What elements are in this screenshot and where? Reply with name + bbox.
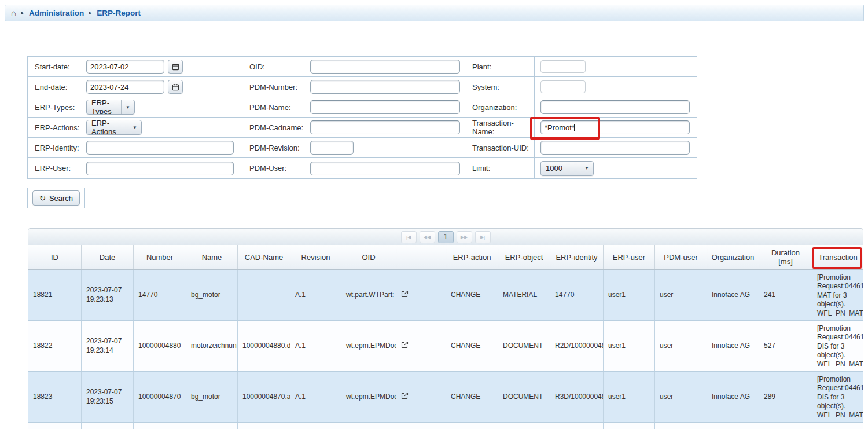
erp-types-selected-value: ERP-Types [87, 100, 122, 114]
page-1-button[interactable]: 1 [438, 231, 454, 243]
home-icon[interactable]: ⌂ [11, 9, 16, 17]
cell-pdm-user: user [655, 371, 707, 422]
erp-identity-label: ERP-Identity: [28, 138, 80, 158]
erp-report-page: ⌂ ► Administration ► ERP-Report Start-da… [0, 0, 868, 429]
end-date-input[interactable] [86, 80, 164, 94]
cell-empty [82, 422, 134, 429]
oid-label: OID: [242, 57, 304, 77]
erp-types-dropdown[interactable]: ERP-Types ▼ [86, 100, 135, 115]
cell-transaction: [Promotion Request:04461]: DIS for 3 obj… [812, 371, 864, 422]
header-cad-name: CAD-Name [238, 245, 290, 269]
erp-actions-label: ERP-Actions: [28, 118, 80, 138]
cell-revision: A.1 [290, 371, 341, 422]
breadcrumb-item-erp-report[interactable]: ERP-Report [97, 9, 141, 17]
cell-cad-name [238, 269, 290, 320]
cell-date: 2023-07-07 19:23:13 [82, 269, 134, 320]
pdm-user-label: PDM-User: [242, 158, 304, 178]
cell-erp-object: MATERIAL [498, 269, 550, 320]
pdm-number-input[interactable] [310, 80, 460, 94]
end-date-calendar-button[interactable] [168, 80, 183, 94]
calendar-icon [172, 83, 179, 91]
pdm-cadname-field [304, 118, 465, 138]
cell-empty [290, 422, 341, 429]
pdm-name-input[interactable] [310, 100, 460, 114]
cell-name: bg_motor [186, 269, 238, 320]
cell-erp-identity: R3D/100000048 [550, 371, 604, 422]
previous-page-button[interactable]: ◀◀ [420, 231, 435, 243]
cell-erp-user: user1 [604, 320, 655, 371]
cell-pdm-user: user [655, 320, 707, 371]
erp-actions-dropdown[interactable]: ERP-Actions ▼ [86, 120, 142, 135]
pdm-revision-label: PDM-Revision: [242, 138, 304, 158]
pdm-cadname-input[interactable] [310, 120, 460, 134]
cell-empty [655, 422, 707, 429]
cell-oid: wt.epm.EPMDoc [341, 371, 396, 422]
cell-erp-identity: 14770 [550, 269, 604, 320]
pdm-revision-input[interactable] [310, 141, 354, 155]
limit-selected-value: 1000 [541, 162, 580, 175]
cell-empty [812, 422, 864, 429]
header-erp-identity: ERP-identity [550, 245, 604, 269]
open-link-icon[interactable] [401, 392, 409, 401]
search-button-label: Search [49, 194, 73, 203]
search-form: Start-date: OID: Plant: End-date: PDM-Nu… [27, 56, 697, 179]
erp-actions-selected-value: ERP-Actions [87, 120, 128, 134]
results-table: ID Date Number Name CAD-Name Revision OI… [28, 245, 863, 429]
cell-id: 18821 [28, 269, 82, 320]
erp-identity-input[interactable] [86, 141, 234, 155]
first-page-button[interactable]: |◀ [401, 231, 417, 243]
oid-input[interactable] [310, 60, 460, 74]
cell-oid: wt.part.WTPart: [341, 269, 396, 320]
cell-empty [341, 422, 396, 429]
cell-erp-action: CHANGE [446, 269, 498, 320]
header-duration-text: Duration [ms] [768, 248, 804, 266]
erp-types-field: ERP-Types ▼ [80, 97, 242, 118]
search-button-panel: ↻ Search [27, 188, 85, 208]
open-link-icon[interactable] [401, 341, 409, 350]
pdm-number-label: PDM-Number: [242, 77, 304, 97]
transaction-uid-input[interactable] [540, 141, 690, 155]
cell-date: 2023-07-07 19:23:15 [82, 371, 134, 422]
erp-user-input[interactable] [86, 162, 234, 175]
cell-number: 14770 [134, 269, 186, 320]
refresh-icon: ↻ [39, 195, 46, 202]
plant-label: Plant: [465, 57, 535, 77]
header-date: Date [82, 245, 134, 269]
pdm-revision-field [304, 138, 465, 158]
pdm-user-input[interactable] [310, 162, 460, 175]
cell-empty [238, 422, 290, 429]
plant-input[interactable] [540, 60, 586, 73]
start-date-input[interactable] [86, 60, 164, 74]
pdm-cadname-label: PDM-Cadname: [242, 118, 304, 138]
cell-revision: A.1 [290, 269, 341, 320]
calendar-icon [172, 63, 179, 71]
breadcrumb: ⌂ ► Administration ► ERP-Report [5, 5, 864, 21]
next-page-button[interactable]: ▶▶ [457, 231, 472, 243]
organization-label: Organization: [465, 97, 535, 118]
header-number: Number [134, 245, 186, 269]
cell-empty [707, 422, 759, 429]
limit-dropdown[interactable]: 1000 ▼ [540, 161, 594, 176]
pdm-user-field [304, 158, 465, 178]
cell-id: 18823 [28, 371, 82, 422]
start-date-calendar-button[interactable] [168, 60, 183, 74]
cell-empty [446, 422, 498, 429]
transaction-name-input[interactable] [540, 120, 690, 134]
pdm-number-field [304, 77, 465, 97]
open-link-icon[interactable] [401, 290, 409, 299]
cell-empty [396, 422, 446, 429]
cell-empty [186, 422, 238, 429]
text-caret [574, 124, 575, 131]
breadcrumb-item-administration[interactable]: Administration [29, 9, 84, 17]
chevron-down-icon: ▼ [580, 162, 593, 175]
search-button[interactable]: ↻ Search [32, 190, 80, 206]
cell-erp-action: CHANGE [446, 320, 498, 371]
cell-erp-user: user1 [604, 371, 655, 422]
cell-link [396, 371, 446, 422]
cell-erp-action: CHANGE [446, 371, 498, 422]
system-input[interactable] [540, 80, 586, 93]
header-name: Name [186, 245, 238, 269]
header-duration: Duration [ms] [759, 245, 812, 269]
organization-input[interactable] [540, 100, 690, 114]
last-page-button[interactable]: ▶| [475, 231, 491, 243]
